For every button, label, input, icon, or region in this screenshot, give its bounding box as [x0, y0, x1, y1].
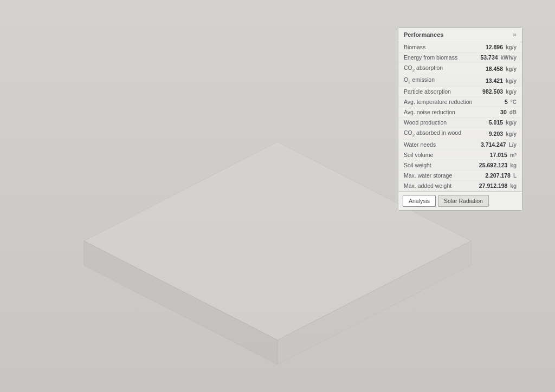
svg-point-21: [280, 78, 294, 88]
perf-row-co2-abs: CO2 absorption 18.458 kg/y: [398, 63, 522, 75]
svg-point-72: [283, 115, 291, 119]
perf-row-particle: Particle absorption 982.503 kg/y: [398, 87, 522, 97]
perf-row-added-weight: Max. added weight 27.912.198 kg: [398, 181, 522, 191]
perf-row-noise: Avg. noise reduction 30 dB: [398, 107, 522, 117]
perf-row-o2: O2 emission 13.421 kg/y: [398, 75, 522, 87]
perf-row-soil-vol: Soil volume 17.015 m³: [398, 150, 522, 160]
perf-row-water: Water needs 3.714.247 L/y: [398, 140, 522, 150]
svg-point-53: [338, 162, 356, 173]
perf-value-water: 3.714.247 L/y: [481, 141, 517, 148]
perf-value-temp: 5 °C: [505, 99, 517, 105]
svg-point-77: [233, 225, 244, 236]
perf-value-particle: 982.503 kg/y: [482, 88, 517, 95]
perf-row-biomass: Biomass 12.896 kg/y: [398, 42, 522, 53]
svg-point-79: [270, 220, 282, 232]
perf-value-co2-abs: 18.458 kg/y: [486, 66, 517, 72]
svg-point-78: [250, 223, 260, 232]
perf-label-particle: Particle absorption: [404, 88, 482, 95]
perf-label-noise: Avg. noise reduction: [404, 109, 500, 115]
svg-point-48: [309, 147, 330, 160]
perf-row-water-storage: Max. water storage 2.207.178 L: [398, 171, 522, 181]
svg-point-71: [261, 106, 270, 110]
perf-row-temp: Avg. temperature reduction 5 °C: [398, 97, 522, 107]
tab-analysis[interactable]: Analysis: [403, 195, 436, 207]
perf-label-temp: Avg. temperature reduction: [404, 99, 505, 105]
svg-point-73: [375, 114, 384, 119]
perf-row-wood: Wood production 5.015 kg/y: [398, 117, 522, 128]
perf-value-biomass: 12.896 kg/y: [486, 44, 517, 50]
svg-point-20: [279, 86, 296, 98]
perf-value-co2-wood: 9.203 kg/y: [489, 130, 517, 137]
svg-point-70: [298, 186, 358, 215]
perf-value-soil-vol: 17.015 m³: [490, 152, 517, 158]
performances-table: Biomass 12.896 kg/y Energy from biomass …: [398, 42, 522, 191]
perf-value-added-weight: 27.912.198 kg: [479, 182, 517, 189]
svg-point-43: [240, 130, 259, 143]
right-panel: Performances » Biomass 12.896 kg/y Energ…: [398, 27, 522, 211]
svg-point-84: [358, 233, 368, 243]
perf-value-soil-weight: 25.692.123 kg: [479, 162, 517, 168]
svg-point-82: [328, 228, 338, 238]
perf-label-water: Water needs: [404, 141, 481, 148]
expand-button[interactable]: »: [513, 31, 517, 38]
perf-value-wood: 5.015 kg/y: [489, 119, 517, 126]
perf-row-co2-wood: CO2 absorbed in wood 9.203 kg/y: [398, 128, 522, 140]
performances-title: Performances: [404, 31, 443, 38]
perf-value-energy: 53.734 kWh/y: [481, 54, 517, 61]
performances-header: Performances »: [398, 28, 522, 42]
perf-label-biomass: Biomass: [404, 44, 486, 50]
svg-point-38: [212, 134, 229, 145]
perf-label-added-weight: Max. added weight: [404, 182, 479, 189]
perf-value-noise: 30 dB: [500, 109, 517, 115]
svg-point-15: [260, 70, 276, 81]
svg-point-27: [159, 163, 174, 173]
perf-label-wood: Wood production: [404, 119, 489, 126]
perf-label-energy: Energy from biomass: [404, 54, 481, 61]
perf-label-soil-vol: Soil volume: [404, 152, 490, 158]
perf-value-water-storage: 2.207.178 L: [485, 172, 517, 179]
svg-point-32: [187, 160, 203, 171]
perf-value-o2: 13.421 kg/y: [486, 77, 517, 84]
perf-label-co2-abs: CO2 absorption: [404, 64, 486, 73]
perf-row-energy: Energy from biomass 53.734 kWh/y: [398, 53, 522, 63]
svg-point-16: [256, 63, 269, 72]
svg-point-83: [345, 231, 354, 240]
svg-point-81: [309, 225, 320, 236]
perf-label-o2: O2 emission: [404, 76, 486, 84]
svg-point-80: [291, 224, 300, 233]
svg-point-75: [190, 230, 201, 241]
perf-label-co2-wood: CO2 absorbed in wood: [404, 129, 489, 138]
perf-label-soil-weight: Soil weight: [404, 162, 479, 168]
perf-label-water-storage: Max. water storage: [404, 172, 485, 179]
tab-solar-radiation[interactable]: Solar Radiation: [438, 195, 489, 207]
svg-point-65: [135, 219, 190, 246]
svg-point-74: [180, 234, 189, 243]
bottom-tabs: Analysis Solar Radiation: [398, 191, 522, 210]
perf-row-soil-weight: Soil weight 25.692.123 kg: [398, 160, 522, 171]
svg-point-76: [201, 228, 211, 238]
